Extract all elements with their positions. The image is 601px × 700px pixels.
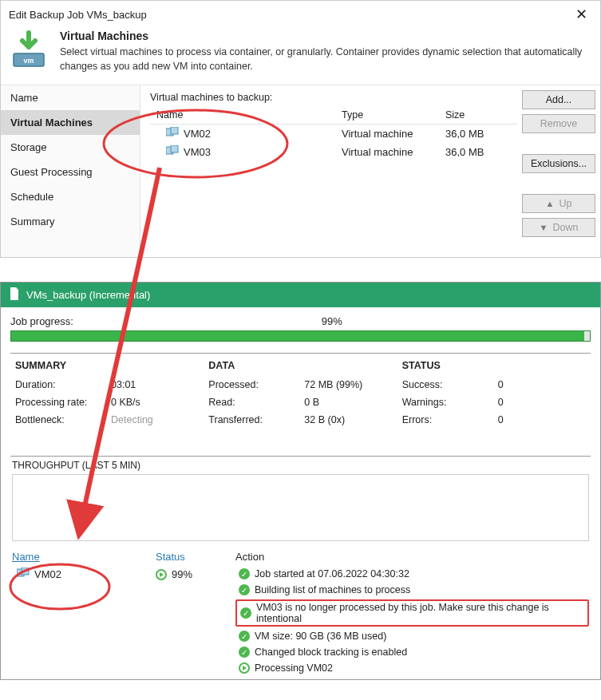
nav-item-summary[interactable]: Summary [1,209,140,234]
progress-label: Job progress: [10,315,73,327]
exclusions-button[interactable]: Exclusions... [522,154,595,173]
action-row[interactable]: ✓Building list of machines to process [235,583,589,596]
progress-bar [10,330,591,342]
vm-size: 36,0 MB [445,128,517,140]
nav-item-virtual-machines[interactable]: Virtual Machines [1,110,140,135]
svg-rect-5 [171,145,178,152]
action-text: Job started at 07.06.2022 04:30:32 [255,568,409,579]
progress-row: Job progress: 99% [10,315,591,327]
action-row-highlighted[interactable]: ✓VM03 is no longer processed by this job… [235,599,589,627]
vm-icon [166,127,179,140]
vm-name-text: VM02 [34,568,61,580]
status-col: STATUS Success:0 Warnings:0 Errors:0 [397,354,591,456]
vm-status: 99% [156,568,227,580]
errors-label: Errors: [402,414,498,425]
bottom-right-col: Action ✓Job started at 07.06.2022 04:30:… [235,551,589,674]
throughput-chart [12,474,589,541]
ok-icon: ✓ [239,647,250,658]
list-item[interactable]: VM02 [12,568,156,581]
dialog-body: Name Virtual Machines Storage Guest Proc… [1,85,600,257]
throughput-label: THROUGHPUT (LAST 5 MIN) [10,457,591,471]
action-row[interactable]: ✓VM size: 90 GB (36 MB used) [235,630,589,643]
read-value: 0 B [304,397,319,408]
ok-icon: ✓ [239,631,250,642]
vm-stage-icon: vm [9,30,49,69]
processed-value: 72 MB (99%) [304,379,362,390]
dialog-subtext: Select virtual machines to process via c… [60,45,592,73]
table-row[interactable]: VM02 Virtual machine 36,0 MB [150,125,517,143]
vm-type: Virtual machine [342,146,445,158]
job-title-bar: VMs_backup (Incremental) [1,283,600,307]
add-button[interactable]: Add... [522,90,595,109]
duration-label: Duration: [15,379,111,390]
transferred-value: 32 B (0x) [304,414,345,425]
play-icon [239,662,250,674]
down-button[interactable]: ▼Down [522,218,595,237]
vm-icon [166,145,179,159]
status-column-head[interactable]: Status [156,551,227,563]
nav-item-schedule[interactable]: Schedule [1,184,140,209]
bottleneck-value: Detecting [111,414,153,425]
bottom-area: Name Status VM02 99% [10,551,591,674]
col-type-header[interactable]: Type [342,109,445,121]
read-label: Read: [208,397,304,408]
action-text: VM03 is no longer processed by this job.… [256,602,584,624]
up-label: Up [559,198,571,209]
col-name-header[interactable]: Name [150,109,342,121]
edit-backup-job-dialog: Edit Backup Job VMs_backup ✕ vm Virtual … [0,0,601,258]
dialog-titlebar: Edit Backup Job VMs_backup ✕ [1,1,600,25]
ok-icon: ✓ [239,584,250,595]
vm-size: 36,0 MB [445,146,517,158]
vm-type: Virtual machine [342,128,445,140]
action-text: Changed block tracking is enabled [255,647,407,658]
job-doc-icon [9,287,20,303]
job-progress-panel: VMs_backup (Incremental) Job progress: 9… [0,282,601,680]
svg-rect-3 [171,127,178,134]
action-column-head[interactable]: Action [235,551,589,563]
nav-item-name[interactable]: Name [1,85,140,110]
action-text: Processing VM02 [255,662,333,674]
warnings-label: Warnings: [402,397,498,408]
nav-item-storage[interactable]: Storage [1,135,140,160]
down-label: Down [552,222,578,233]
bottom-left-col: Name Status VM02 99% [12,551,227,674]
vm-name: VM02 [184,128,211,140]
processing-rate-value: 0 KB/s [111,397,140,408]
transferred-label: Transferred: [208,414,304,425]
action-row[interactable]: ✓Job started at 07.06.2022 04:30:32 [235,568,589,580]
up-button[interactable]: ▲Up [522,194,595,213]
wizard-nav: Name Virtual Machines Storage Guest Proc… [1,85,140,257]
panel-inner: Job progress: 99% SUMMARY Duration:03:01… [1,307,600,679]
vm-name: VM03 [184,146,211,158]
arrow-up-icon: ▲ [546,199,555,208]
processing-rate-label: Processing rate: [15,397,111,408]
duration-value: 03:01 [111,379,136,390]
svg-rect-7 [22,568,29,575]
remove-button[interactable]: Remove [522,114,595,133]
progress-value: 99% [73,315,591,327]
ok-icon: ✓ [240,607,251,619]
vm-icon [17,568,30,581]
arrow-down-icon: ▼ [540,223,548,232]
svg-text:vm: vm [23,57,34,65]
job-title: VMs_backup (Incremental) [26,289,150,301]
status-head: STATUS [402,360,586,371]
button-column: Add... Remove Exclusions... ▲Up ▼Down [522,90,595,252]
table-row[interactable]: VM03 Virtual machine 36,0 MB [150,143,517,161]
warnings-value: 0 [498,397,504,408]
data-head: DATA [208,360,392,371]
action-row[interactable]: Processing VM02 [235,662,589,674]
dialog-header: vm Virtual Machines Select virtual machi… [1,25,600,85]
stats-section: SUMMARY Duration:03:01 Processing rate:0… [10,353,591,457]
name-column-head[interactable]: Name [12,551,156,563]
summary-head: SUMMARY [15,360,199,371]
nav-item-guest-processing[interactable]: Guest Processing [1,160,140,184]
action-text: VM size: 90 GB (36 MB used) [255,631,386,642]
close-icon[interactable]: ✕ [571,7,592,22]
dialog-title: Edit Backup Job VMs_backup [9,9,147,21]
success-label: Success: [402,379,498,390]
ok-icon: ✓ [239,568,250,579]
action-row[interactable]: ✓Changed block tracking is enabled [235,646,589,658]
dialog-header-text: Virtual Machines Select virtual machines… [60,30,592,73]
col-size-header[interactable]: Size [445,109,517,121]
